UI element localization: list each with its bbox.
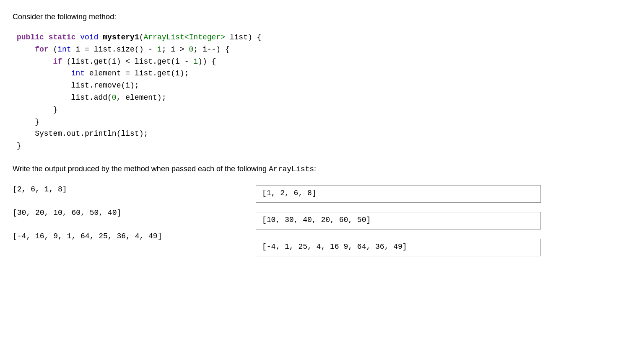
question-item-1: [2, 6, 1, 8]	[13, 185, 239, 193]
code-block: public static void mystery1(ArrayList<In…	[13, 31, 631, 152]
question-item-2: [30, 20, 10, 60, 50, 40]	[13, 209, 239, 217]
code-line-4: int element = list.get(i);	[17, 67, 631, 80]
code-line-2: for (int i = list.size() - 1; i > 0; i--…	[17, 44, 631, 56]
code-line-5: list.remove(i);	[17, 80, 631, 92]
code-line-6: list.add(0, element);	[17, 92, 631, 104]
answer-box-2[interactable]: [10, 30, 40, 20, 60, 50]	[256, 212, 541, 230]
questions-column: [2, 6, 1, 8] [30, 20, 10, 60, 50, 40] [-…	[13, 185, 239, 255]
answer-box-1[interactable]: [1, 2, 6, 8]	[256, 185, 541, 203]
code-line-9: System.out.println(list);	[17, 128, 631, 140]
intro-text: Consider the following method:	[13, 13, 631, 21]
code-line-1: public static void mystery1(ArrayList<In…	[17, 31, 631, 44]
answer-box-3[interactable]: [-4, 1, 25, 4, 16 9, 64, 36, 49]	[256, 239, 541, 256]
code-line-8: }	[17, 116, 631, 128]
question-text-part1: Write the output produced by the method …	[13, 165, 269, 173]
code-line-10: }	[17, 140, 631, 152]
question-code-part: ArrayLists	[269, 165, 314, 173]
answers-section: [2, 6, 1, 8] [30, 20, 10, 60, 50, 40] [-…	[13, 185, 631, 266]
question-text: Write the output produced by the method …	[13, 165, 631, 173]
question-text-suffix: :	[314, 165, 316, 173]
answers-column: [1, 2, 6, 8] [10, 30, 40, 20, 60, 50] [-…	[256, 185, 541, 266]
question-item-3: [-4, 16, 9, 1, 64, 25, 36, 4, 49]	[13, 232, 239, 240]
code-line-7: }	[17, 104, 631, 116]
code-line-3: if (list.get(i) < list.get(i - 1)) {	[17, 56, 631, 68]
